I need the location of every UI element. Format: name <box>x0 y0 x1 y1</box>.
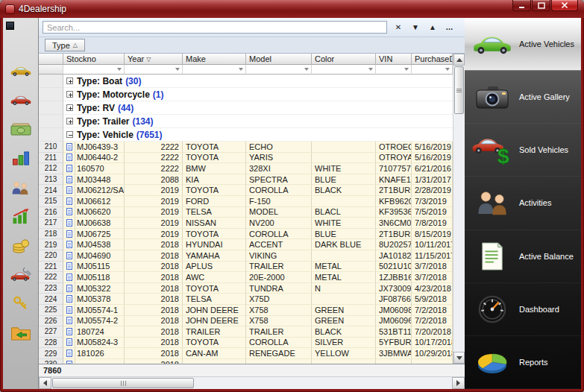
table-row[interactable]: 213 MJ03448 2088 KIA SPECTRA BLUE KNAFE1… <box>39 174 453 186</box>
filter-cell-purchasedate[interactable] <box>412 65 453 75</box>
expand-collapse-icon[interactable] <box>66 104 73 111</box>
table-row[interactable]: 228 MJ05824-3 2018 TOYOTA COROLLA SILVER… <box>39 338 453 349</box>
expand-collapse-icon[interactable] <box>66 131 73 138</box>
stockno-link[interactable]: MJ05115 <box>75 262 125 273</box>
horizontal-scrollbar[interactable] <box>39 376 465 389</box>
people-icon[interactable] <box>9 177 33 197</box>
vertical-scroll-track[interactable] <box>453 115 465 352</box>
sidebar-item-active-gallery[interactable]: Active Gallery <box>465 71 581 124</box>
stockno-link[interactable]: MJ06638 <box>75 218 125 229</box>
coins-icon[interactable] <box>9 235 33 255</box>
stockno-link[interactable]: MJ05824-3 <box>75 338 125 349</box>
keys-icon[interactable] <box>9 294 33 313</box>
cash-icon[interactable] <box>9 119 33 139</box>
growth-chart-icon[interactable] <box>9 206 33 226</box>
table-row[interactable]: 214 MJ06212/SA 2019 TOYOTA COROLLA BLACK… <box>39 185 453 196</box>
stockno-link[interactable]: 180724 <box>75 326 125 338</box>
filter-cell-make[interactable] <box>183 65 246 75</box>
minimize-button[interactable] <box>512 0 531 11</box>
more-options-button[interactable]: … <box>444 21 456 34</box>
table-row[interactable]: 212 160570 2222 BMW 328XI WHITE 7107757 … <box>39 163 453 174</box>
sidebar-item-dashboard[interactable]: Dashboard <box>465 283 581 336</box>
filter-cell-model[interactable] <box>246 65 312 75</box>
column-header-stockno[interactable]: Stockno <box>63 54 125 65</box>
stockno-link[interactable]: MJ06440-2 <box>75 153 125 164</box>
vertical-scroll-thumb[interactable] <box>454 66 464 114</box>
maximize-button[interactable] <box>532 0 550 11</box>
stockno-link[interactable]: MJ05574-1 <box>75 305 125 316</box>
stockno-link[interactable]: MJ06212/SA <box>75 185 125 196</box>
rail-scroll-button[interactable] <box>6 22 14 30</box>
group-row[interactable]: Type: Trailer(134) <box>39 115 453 128</box>
exit-folder-icon[interactable] <box>9 323 33 342</box>
move-down-button[interactable]: ▼ <box>409 21 421 34</box>
stockno-link[interactable]: 160570 <box>75 163 125 174</box>
table-row[interactable]: 211 MJ06440-2 2222 TOYOTA YARIS OTROYA 5… <box>39 153 453 164</box>
table-row[interactable]: 227 180724 2018 TRAILER TRAILER BLACK 53… <box>39 326 453 338</box>
table-row[interactable]: 224 MJ05378 2018 TELSA X75D JF08766 5/9/… <box>39 294 453 305</box>
stockno-link[interactable]: MJ06612 <box>75 196 125 207</box>
table-row[interactable]: 221 MJ05115 2018 APLUS TRAILER METAL 502… <box>39 262 453 273</box>
horizontal-scroll-track[interactable] <box>194 377 452 389</box>
stockno-link[interactable]: MJ05118 <box>75 272 125 283</box>
filter-cell-year[interactable] <box>125 65 183 75</box>
expand-collapse-icon[interactable] <box>66 91 73 98</box>
group-row[interactable]: Type: Vehicle(7651) <box>39 128 453 142</box>
filter-cell-stockno[interactable] <box>63 65 125 75</box>
table-row[interactable]: 218 MJ06725 2019 TOYOTA COROLLA BLUE 2T1… <box>39 229 453 240</box>
group-row[interactable]: Type: Motorcycle(1) <box>39 88 453 101</box>
column-header-purchasedate[interactable]: PurchaseDate <box>412 54 453 65</box>
column-header-model[interactable]: Model <box>246 54 312 65</box>
group-row[interactable]: Type: RV(44) <box>39 101 453 115</box>
table-row[interactable]: 223 MJ05322 2018 TOYOTA TUNDRA N JX73009… <box>39 283 453 294</box>
stockno-link[interactable]: MJ04538 <box>75 239 125 250</box>
sidebar-item-active-balance[interactable]: Active Balance <box>465 230 581 283</box>
vertical-scrollbar[interactable] <box>453 54 465 364</box>
scroll-right-button[interactable] <box>452 377 465 389</box>
column-header-color[interactable]: Color <box>312 54 376 65</box>
sidebar-item-reports[interactable]: Reports <box>465 336 581 389</box>
car-icon[interactable] <box>9 90 33 110</box>
move-up-button[interactable]: ▲ <box>427 21 439 34</box>
stockno-link[interactable]: 181026 <box>75 348 125 359</box>
scroll-up-button[interactable] <box>453 54 465 66</box>
stockno-link[interactable]: MJ03448 <box>75 174 125 186</box>
group-by-type-tab[interactable]: Type △ <box>45 39 85 51</box>
table-row[interactable]: 210 MJ06439-3 2222 TOYOTA ECHO OTROECI 5… <box>39 142 453 153</box>
expand-collapse-icon[interactable] <box>66 118 73 124</box>
table-row[interactable]: 226 MJ05574-2 2018 JOHN DEERE X758 GREEN… <box>39 316 453 327</box>
stockno-link[interactable]: MJ05378 <box>75 294 125 305</box>
sidebar-item-activities[interactable]: Activities <box>465 177 581 230</box>
search-input[interactable] <box>43 21 387 34</box>
expand-collapse-icon[interactable] <box>66 78 73 84</box>
sidebar-item-sold-vehicles[interactable]: $ Sold Vehicles <box>465 124 581 177</box>
stockno-link[interactable]: MJ06620 <box>75 207 125 218</box>
table-row[interactable]: 215 MJ06612 2019 FORD F-150 KFB9620 7/3/… <box>39 196 453 207</box>
stockno-link[interactable]: MJ05574-2 <box>75 316 125 327</box>
stockno-link[interactable]: MJ04690 <box>75 250 125 262</box>
scroll-left-button[interactable] <box>39 377 51 389</box>
table-row[interactable]: 220 MJ04690 2018 YAMAHA VIKING JA10182 1… <box>39 250 453 262</box>
table-row[interactable]: 216 MJ06620 2019 TELSA MODEL BLACL KF395… <box>39 207 453 218</box>
sidebar-item-active-vehicles[interactable]: Active Vehicles <box>465 18 581 71</box>
chart-blocks-icon[interactable] <box>9 148 33 168</box>
table-row[interactable]: 222 MJ05118 2018 AWC 20E-2000 METAL 1ZJB… <box>39 272 453 283</box>
stockno-link[interactable]: MJ06439-3 <box>75 142 125 153</box>
table-row[interactable]: 217 MJ06638 2019 NISSAN NV200 WHITE 3N6C… <box>39 218 453 229</box>
close-button[interactable] <box>551 0 578 11</box>
group-row[interactable]: Type: Boat(30) <box>39 75 453 88</box>
stockno-link[interactable]: MJ06725 <box>75 229 125 240</box>
clear-search-button[interactable]: ✕ <box>392 21 404 34</box>
scroll-down-button[interactable] <box>453 352 465 364</box>
stockno-link[interactable]: MJ05322 <box>75 283 125 294</box>
table-row[interactable]: 219 MJ04538 2018 HYUNDAI ACCENT DARK BLU… <box>39 239 453 250</box>
column-header-year[interactable]: Year▽ <box>125 54 183 65</box>
table-row[interactable]: 229 181026 2018 CAN-AM RENEGADE YELLOW 3… <box>39 348 453 359</box>
car-service-icon[interactable] <box>9 265 33 284</box>
column-header-vin[interactable]: VIN <box>376 54 412 65</box>
filter-cell-vin[interactable] <box>376 65 412 75</box>
table-row[interactable]: 225 MJ05574-1 2018 JOHN DEERE X758 GREEN… <box>39 305 453 316</box>
filter-cell-color[interactable] <box>312 65 376 75</box>
horizontal-scroll-thumb[interactable] <box>52 378 194 388</box>
sports-car-icon[interactable] <box>9 61 33 80</box>
